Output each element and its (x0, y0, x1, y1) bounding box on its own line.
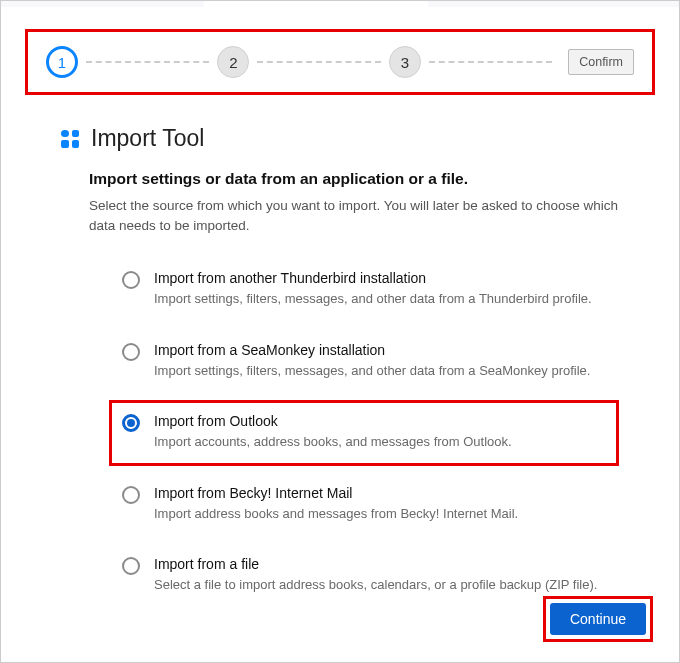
tool-description: Select the source from which you want to… (89, 196, 619, 235)
radio-icon[interactable] (122, 343, 140, 361)
step-divider (257, 61, 380, 63)
option-desc: Import settings, filters, messages, and … (154, 362, 606, 380)
option-title: Import from Outlook (154, 413, 606, 429)
option-desc: Select a file to import address books, c… (154, 576, 606, 594)
option-title: Import from a file (154, 556, 606, 572)
step-2: 2 (217, 46, 249, 78)
step-divider (429, 61, 552, 63)
step-1: 1 (46, 46, 78, 78)
continue-highlight: Continue (543, 596, 653, 642)
continue-button[interactable]: Continue (550, 603, 646, 635)
radio-icon[interactable] (122, 486, 140, 504)
option-title: Import from another Thunderbird installa… (154, 270, 606, 286)
option-desc: Import settings, filters, messages, and … (154, 290, 606, 308)
wizard-stepper: 1 2 3 Confirm (25, 29, 655, 95)
radio-icon[interactable] (122, 271, 140, 289)
window-top-edge (1, 1, 679, 7)
step-divider (86, 61, 209, 63)
import-options: Import from another Thunderbird installa… (109, 257, 619, 609)
option-outlook[interactable]: Import from Outlook Import accounts, add… (109, 400, 619, 466)
radio-icon[interactable] (122, 414, 140, 432)
option-desc: Import accounts, address books, and mess… (154, 433, 606, 451)
tool-header: Import Tool (61, 125, 619, 152)
option-thunderbird[interactable]: Import from another Thunderbird installa… (109, 257, 619, 323)
option-desc: Import address books and messages from B… (154, 505, 606, 523)
step-3: 3 (389, 46, 421, 78)
option-title: Import from Becky! Internet Mail (154, 485, 606, 501)
step-confirm-label: Confirm (568, 49, 634, 75)
option-becky[interactable]: Import from Becky! Internet Mail Import … (109, 472, 619, 538)
grid-icon (61, 130, 79, 148)
option-title: Import from a SeaMonkey installation (154, 342, 606, 358)
tool-title: Import Tool (91, 125, 204, 152)
radio-icon[interactable] (122, 557, 140, 575)
tool-subtitle: Import settings or data from an applicat… (89, 170, 619, 188)
import-tool-panel: Import Tool Import settings or data from… (1, 105, 679, 609)
option-seamonkey[interactable]: Import from a SeaMonkey installation Imp… (109, 329, 619, 395)
